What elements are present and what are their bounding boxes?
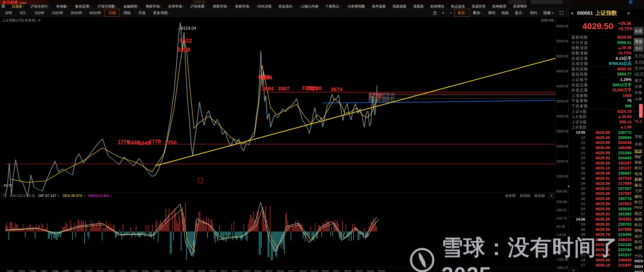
menu-item-DDE决策[interactable]: DDE决策: [257, 4, 272, 9]
menu-item-资金流向[interactable]: 资金流向▾: [278, 4, 294, 9]
timeframe-60分钟[interactable]: 60分钟: [86, 9, 105, 17]
tool-叠加[interactable]: 叠加▾: [470, 9, 485, 17]
menu-item-分析师指数[interactable]: 分析师指数: [348, 4, 365, 9]
timeframe-30分钟[interactable]: 30分钟: [67, 9, 86, 17]
strip-item-锂电[interactable]: 锂电: [634, 228, 642, 233]
menu-item-科创板[interactable]: 科创板▾: [56, 4, 68, 9]
timeframe-15分钟[interactable]: 15分钟: [48, 9, 67, 17]
tick-time: :18: [570, 248, 585, 252]
macd-bar: [279, 231, 279, 244]
menu-item-金融期货[interactable]: 金融期货▾: [123, 4, 139, 9]
timeframe-周线[interactable]: 周线: [120, 9, 134, 17]
menu-item-沪深京排行[interactable]: 沪深京排行▾: [30, 4, 50, 9]
strip-item-昨日[interactable]: 昨日: [634, 239, 642, 244]
tool-画线[interactable]: 画线: [498, 9, 512, 17]
strip-item-电池[interactable]: 电池: [634, 171, 642, 176]
tool-筹码[interactable]: 筹码: [485, 9, 498, 17]
titlebar-button-faded[interactable]: [508, 0, 526, 4]
strip-item-化肥[interactable]: 化肥: [634, 245, 642, 250]
strip-item-磷化[interactable]: 磷化: [634, 194, 642, 199]
main-chart-area[interactable]: 上证指数(日线,前复权) ⚙ 设置均线 ▾ ? MACD(12,26,9) DI…: [0, 17, 568, 272]
timeframe-分时[interactable]: 分时: [1, 9, 16, 17]
menu-item-热点追击[interactable]: 热点追击: [451, 4, 465, 9]
menu-item-L2核心内参[interactable]: L2核心内参: [301, 4, 318, 9]
strip-item-PVD[interactable]: PVD: [634, 205, 642, 210]
x-axis-year: 1992: [6, 269, 14, 272]
prev-stock-arrow[interactable]: ◀: [570, 11, 573, 15]
menu-item-高成长性[interactable]: 高成长性: [472, 4, 486, 9]
close-icon[interactable]: ✕: [549, 193, 554, 198]
menu-item-高管增持[interactable]: 高管增持: [513, 4, 527, 9]
menu-icon[interactable]: [634, 0, 638, 4]
tick-row: 14:554029.68239772: [568, 130, 634, 135]
menu-item-美股市场[interactable]: 美股市场▾: [235, 4, 250, 9]
menu-item-全球市场[interactable]: 全球市场▾: [168, 4, 184, 9]
strip-item-昨日[interactable]: 昨日: [634, 166, 642, 171]
quote-label: 指数涨幅: [571, 51, 588, 56]
titlebar-blue-icon[interactable]: [629, 0, 632, 4]
last-price: 4029.50: [582, 21, 614, 31]
menu-item-沪深京指数[interactable]: 沪深京指数▾: [98, 4, 116, 9]
macd-action-改参数[interactable]: 改参数: [505, 193, 516, 198]
macd-bar: [364, 228, 365, 231]
ma-settings-button[interactable]: 设置均线 ▾: [541, 18, 556, 23]
tick-volume: 248418: [618, 258, 632, 262]
tool-隐藏[interactable]: 隐藏»: [540, 9, 557, 17]
menu-item-沪深港通[interactable]: 沪深港通▾: [190, 4, 206, 9]
macd-action-加指标[interactable]: 加指标: [520, 193, 530, 198]
menu-item-机构推荐[interactable]: 机构推荐: [492, 4, 506, 9]
strip-item-资金[interactable]: 资金: [634, 38, 644, 45]
menu-item-个股风云[interactable]: 个股风云▾: [326, 4, 341, 9]
quote-value: 1659: [622, 93, 632, 98]
tool-简约[interactable]: 简约: [527, 9, 540, 17]
help-icon[interactable]: ?: [2, 193, 6, 198]
strip-item-锂矿[interactable]: 锂矿: [634, 154, 642, 159]
menu-item-高级选股[interactable]: 高级选股: [392, 4, 406, 9]
timeframe-5日[interactable]: 5日▾: [16, 9, 31, 17]
menu-item-选股器[interactable]: 选股器: [413, 4, 424, 9]
strip-item-氟化[interactable]: 氟化: [634, 183, 642, 188]
menu-item-期权市场[interactable]: 期权市场▾: [146, 4, 161, 9]
strip-item-动力[interactable]: 动力: [634, 234, 642, 239]
strip-item-昨日[interactable]: 昨日: [634, 200, 642, 205]
tick-volume: 166496: [618, 145, 632, 150]
add-watchlist-button[interactable]: 自选: [634, 27, 643, 35]
gear-icon[interactable]: ⚙: [38, 19, 41, 22]
tool-复权[interactable]: 复权▾: [454, 9, 470, 17]
strip-item-昨日[interactable]: 昨日: [634, 222, 642, 227]
tick-list[interactable]: 14:554029.68239772:124029.45209565:15402…: [568, 130, 634, 268]
strip-item-能源[interactable]: 能源: [634, 149, 642, 154]
timeframe-日线[interactable]: 日线: [105, 9, 120, 17]
titlebar-icon[interactable]: [565, 0, 568, 4]
menu-item-板块监测[interactable]: 板块监测▾: [75, 4, 91, 9]
macd-action-换指标[interactable]: 换指标: [534, 193, 545, 198]
timeframe-5分钟[interactable]: 5分钟: [31, 9, 48, 17]
window-icon[interactable]: [639, 0, 642, 4]
quote-label: 上证A股: [571, 109, 587, 114]
macd-bar: [225, 231, 225, 235]
fullscreen-button[interactable]: [557, 9, 566, 17]
titlebar-icon[interactable]: [570, 0, 573, 4]
strip-item-钠离[interactable]: 钠离: [634, 217, 642, 222]
mobile-download-pill[interactable]: 手机版下载: [192, 0, 207, 4]
chevron-down-icon: ▾: [138, 6, 139, 8]
strip-item-麒麟[interactable]: 麒麟: [634, 177, 642, 182]
more-ticks-button[interactable]: ≫: [569, 268, 578, 272]
zoom-in-button[interactable]: +: [440, 9, 447, 17]
titlebar-highlight-box[interactable]: [530, 0, 563, 4]
tool-显示[interactable]: 显示▾: [512, 9, 527, 17]
timeframe-月线[interactable]: 月线: [134, 9, 149, 17]
strip-item-刀片[interactable]: 刀片: [634, 188, 642, 193]
ma-line: [11, 41, 377, 182]
strip-item-当日[interactable]: 当日: [634, 45, 644, 52]
timeframe-更多周期[interactable]: 更多周期▾: [149, 9, 173, 17]
menu-item-机构增仓[interactable]: 机构增仓: [430, 4, 444, 9]
menu-item-港股市场[interactable]: 港股市场▾: [213, 4, 228, 9]
lock-button[interactable]: [430, 9, 440, 17]
macd-bar: [166, 209, 166, 231]
strip-item-固态[interactable]: 固态: [634, 211, 642, 216]
strip-item-有机[interactable]: 有机: [634, 160, 642, 165]
next-stock-arrow[interactable]: ▶: [628, 11, 630, 15]
zoom-out-button[interactable]: −: [447, 9, 454, 17]
menu-item-条件选股[interactable]: 条件选股: [372, 4, 386, 9]
